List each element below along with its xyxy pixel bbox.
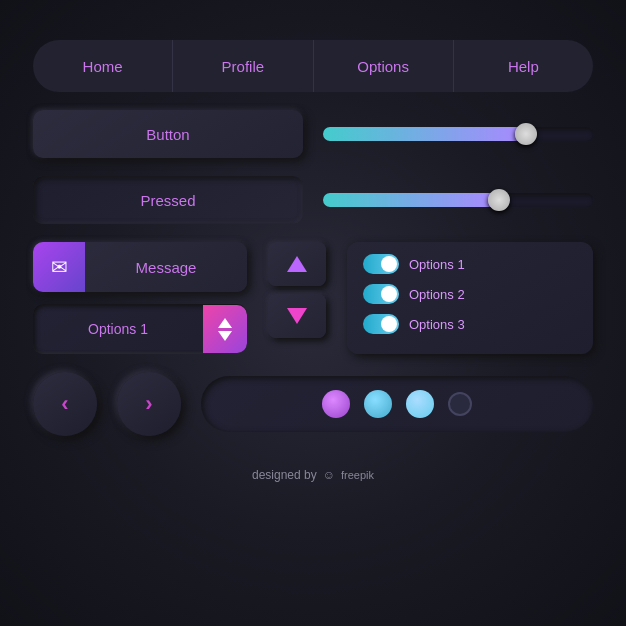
arrow-down-icon	[218, 331, 232, 341]
pagination-dot-1[interactable]	[322, 390, 350, 418]
slider-2-thumb[interactable]	[488, 189, 510, 211]
option-label-1: Options 1	[409, 257, 465, 272]
toggle-3[interactable]	[363, 314, 399, 334]
triangle-down-icon	[287, 308, 307, 324]
nav-item-profile[interactable]: Profile	[173, 40, 313, 92]
option-row-3: Options 3	[363, 314, 577, 334]
row-button-slider: Button	[33, 110, 593, 158]
triangle-up-icon	[287, 256, 307, 272]
toggle-2[interactable]	[363, 284, 399, 304]
button-normal[interactable]: Button	[33, 110, 303, 158]
row-message-stepper-options: ✉ Message Options 1	[33, 242, 593, 354]
button-pressed[interactable]: Pressed	[33, 176, 303, 224]
stepper-down-button[interactable]	[268, 294, 326, 338]
freepik-logo-icon: ☺	[323, 468, 335, 482]
nav-item-home[interactable]: Home	[33, 40, 173, 92]
option-label-2: Options 2	[409, 287, 465, 302]
button-message[interactable]: ✉ Message	[33, 242, 247, 292]
footer-brand: freepik	[341, 469, 374, 481]
nav-home-label: Home	[83, 58, 123, 75]
nav-options-label: Options	[357, 58, 409, 75]
slider-2-track[interactable]	[323, 193, 593, 207]
slider-1-fill	[323, 127, 526, 141]
options-dropdown-label: Options 1	[33, 321, 203, 337]
slider-2-container	[323, 176, 593, 224]
message-label: Message	[85, 259, 247, 276]
footer: designed by ☺ freepik	[33, 468, 593, 482]
nav-item-help[interactable]: Help	[454, 40, 593, 92]
options-arrow-bg	[203, 305, 247, 353]
slider-1-track[interactable]	[323, 127, 593, 141]
pagination-dot-4[interactable]	[448, 392, 472, 416]
next-button[interactable]: ›	[117, 372, 181, 436]
options-panel: Options 1 Options 2 Options 3	[347, 242, 593, 354]
message-icon-bg: ✉	[33, 242, 85, 292]
row-pagination: ‹ ›	[33, 372, 593, 436]
nav-item-options[interactable]: Options	[314, 40, 454, 92]
nav-help-label: Help	[508, 58, 539, 75]
pagination-dot-3[interactable]	[406, 390, 434, 418]
button-options-dropdown[interactable]: Options 1	[33, 304, 247, 354]
arrow-right-icon: ›	[145, 391, 152, 417]
row-pressed-slider: Pressed	[33, 176, 593, 224]
toggle-1[interactable]	[363, 254, 399, 274]
pagination-bar	[201, 376, 593, 432]
envelope-icon: ✉	[51, 255, 68, 279]
option-label-3: Options 3	[409, 317, 465, 332]
prev-button[interactable]: ‹	[33, 372, 97, 436]
slider-1-thumb[interactable]	[515, 123, 537, 145]
stepper	[267, 242, 327, 354]
footer-text: designed by	[252, 468, 317, 482]
button-normal-label: Button	[146, 126, 189, 143]
option-row-1: Options 1	[363, 254, 577, 274]
nav-bar: Home Profile Options Help	[33, 40, 593, 92]
slider-1-container	[323, 110, 593, 158]
slider-2-fill	[323, 193, 499, 207]
arrow-left-icon: ‹	[61, 391, 68, 417]
nav-profile-label: Profile	[222, 58, 265, 75]
button-pressed-label: Pressed	[140, 192, 195, 209]
pagination-dot-2[interactable]	[364, 390, 392, 418]
option-row-2: Options 2	[363, 284, 577, 304]
stepper-up-button[interactable]	[268, 242, 326, 286]
arrow-up-icon	[218, 318, 232, 328]
